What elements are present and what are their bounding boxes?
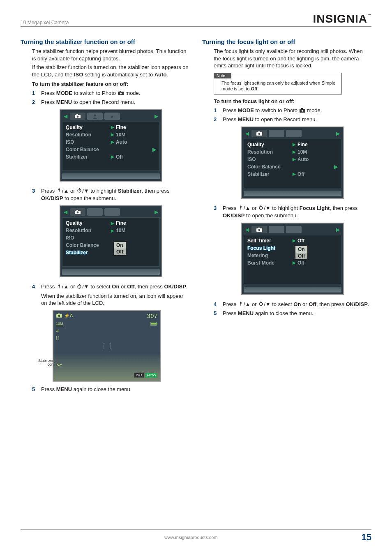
- popup-option-on: On: [114, 242, 126, 249]
- menu-label: ISO: [66, 235, 111, 241]
- up-triangle-icon: ▲: [63, 283, 69, 290]
- menu-label: Resolution: [66, 132, 111, 138]
- step-number: 1: [214, 107, 219, 114]
- camera-icon: [300, 107, 305, 115]
- lcd-focuslight-submenu: ◀ ▶ Self Timer▶Off Focus Light Metering …: [241, 223, 344, 295]
- t: , then press: [316, 301, 346, 307]
- tab-wrench-icon: [286, 226, 302, 233]
- left-step-3: 3 Press /▲ or /▼ to highlight Stabilizer…: [32, 187, 190, 202]
- lcd-record-menu-2: ◀ ▶ Quality▶Fine Resolution▶10M ISO▶Auto…: [241, 127, 344, 199]
- t: Press: [223, 310, 238, 316]
- step-body: Press /▲ or /▼ to highlight Stabilizer, …: [41, 187, 190, 202]
- tab-camera-icon: [251, 130, 267, 137]
- step-number: 4: [214, 301, 219, 308]
- nav-left-icon: ◀: [63, 209, 68, 215]
- left-step-2: 2 Press MENU to open the Record menu.: [32, 99, 190, 106]
- macro-icon: [57, 187, 62, 195]
- note-body: The focus light setting can only be adju…: [214, 78, 341, 94]
- menu-label: ISO: [247, 157, 293, 162]
- menu-bold: MENU: [56, 386, 72, 392]
- menu-bold: MENU: [238, 116, 254, 122]
- step-body: Press /▲ or /▼ to select On or Off, then…: [41, 283, 190, 306]
- menu-value: Fine: [116, 220, 126, 226]
- step-4-note: When the stabilizer function is turned o…: [41, 292, 190, 307]
- step-body: Press MENU again to close the menu.: [223, 310, 371, 317]
- svg-rect-14: [59, 287, 59, 288]
- on-bold: On: [293, 301, 301, 307]
- menu-label: Quality: [247, 142, 293, 147]
- macro-icon: [57, 283, 62, 291]
- menu-label: Color Balance: [247, 164, 293, 170]
- menu-label: Resolution: [66, 228, 111, 233]
- left-column: Turning the stabilizer function on or of…: [21, 35, 190, 394]
- right-step-2: 2 Press MENU to open the Record menu.: [214, 116, 371, 123]
- menu-value: Off: [297, 238, 304, 244]
- on-bold: On: [112, 283, 119, 290]
- step-body: Press MENU to open the Record menu.: [223, 116, 371, 123]
- t: Press: [223, 205, 238, 211]
- t: or: [69, 188, 76, 194]
- menu-bold: MENU: [238, 310, 254, 316]
- nav-left-icon: ◀: [244, 227, 250, 233]
- stabilizer-bold: Stabilizer: [118, 188, 142, 194]
- t: mode.: [124, 90, 141, 96]
- right-subhead: To turn the focus light on or off:: [214, 98, 371, 105]
- t: Press: [41, 90, 56, 96]
- right-step-4: 4 Press /▲ or /▼ to select On or Off, th…: [214, 301, 371, 308]
- right-step-5: 5 Press MENU again to close the menu.: [214, 310, 371, 317]
- exposure-icon: ⇵: [56, 329, 63, 333]
- svg-point-34: [258, 229, 261, 231]
- step-number: 5: [32, 386, 38, 393]
- iso-badge: ISO: [134, 373, 144, 378]
- bracket-icon: [ ]: [56, 336, 63, 340]
- menu-label: Resolution: [247, 149, 293, 155]
- t: to select: [271, 301, 294, 307]
- product-name: 10 Megapixel Camera: [21, 20, 69, 25]
- step-number: 4: [32, 283, 38, 306]
- camera-icon: [118, 90, 124, 97]
- nav-left-icon: ◀: [244, 131, 250, 136]
- brand-text: INSIGNIA: [313, 12, 367, 25]
- nav-right-icon: ▶: [154, 209, 159, 215]
- nav-right-icon: ▶: [154, 113, 159, 119]
- page-header: 10 Megapixel Camera INSIGNIA™: [21, 12, 371, 27]
- stabilizer-popup: On Off: [113, 241, 127, 256]
- svg-rect-4: [76, 114, 78, 115]
- t: to open the Record menu.: [254, 116, 317, 122]
- left-step-4: 4 Press /▲ or /▼ to select On or Off, th…: [32, 283, 190, 306]
- t: again to close the menu.: [254, 310, 313, 316]
- timer-icon: [77, 283, 82, 291]
- menu-label: Quality: [66, 124, 111, 130]
- menu-label: Metering: [247, 253, 293, 258]
- menu-bold: MENU: [56, 99, 72, 105]
- down-triangle-icon: ▼: [265, 301, 271, 307]
- menu-label: Color Balance: [66, 147, 111, 152]
- svg-rect-18: [58, 313, 60, 315]
- tab-wrench-icon: [104, 113, 120, 120]
- step-body: Press MODE to switch to Photo mode.: [41, 90, 190, 97]
- popup-option-off: Off: [114, 249, 126, 255]
- t: , then press: [135, 283, 164, 290]
- right-heading: Turning the focus light on or off: [202, 38, 371, 45]
- t: Press: [41, 283, 56, 290]
- svg-rect-22: [151, 323, 156, 325]
- lcd-record-menu: ◀ ▶ Quality▶Fine Resolution▶10M ISO▶Auto…: [60, 109, 162, 182]
- auto-bold: Auto: [154, 71, 167, 78]
- menu-label: ISO: [66, 139, 111, 145]
- left-step-5: 5 Press MENU again to close the menu.: [32, 386, 190, 393]
- battery-icon: [150, 322, 158, 327]
- menu-value: Fine: [116, 124, 126, 130]
- down-triangle-icon: ▼: [84, 283, 89, 290]
- left-intro-1: The stabilizer function helps prevent bl…: [32, 48, 190, 62]
- svg-point-25: [301, 110, 303, 111]
- t: Press: [223, 116, 238, 122]
- footer-url: www.insigniaproducts.com: [164, 535, 218, 540]
- t: mode.: [306, 107, 322, 113]
- t: .: [166, 71, 168, 78]
- t: or: [301, 301, 309, 307]
- down-triangle-icon: ▼: [265, 205, 271, 211]
- step-body: Press MENU to open the Record menu.: [41, 99, 190, 106]
- flash-auto-icon: ⚡A: [64, 313, 73, 318]
- t: or: [119, 283, 127, 290]
- camera-mode-icon: [56, 313, 62, 319]
